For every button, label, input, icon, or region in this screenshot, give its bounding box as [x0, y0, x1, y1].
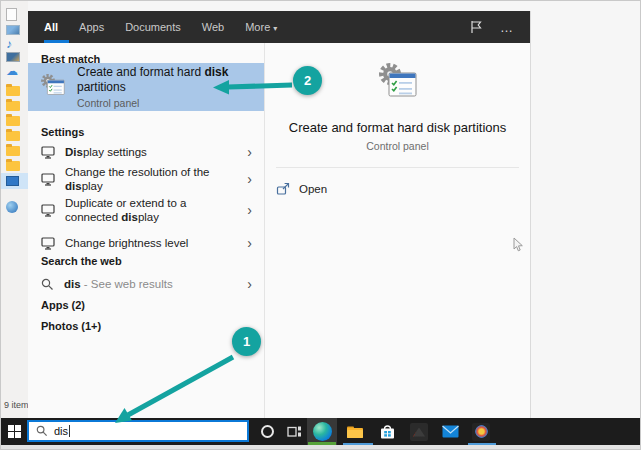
- tab-web[interactable]: Web: [202, 21, 224, 33]
- open-action[interactable]: Open: [276, 182, 327, 196]
- tab-documents[interactable]: Documents: [125, 21, 181, 33]
- selected-app-icon[interactable]: [6, 176, 19, 186]
- file-icon[interactable]: [6, 8, 17, 21]
- chevron-right-icon: ›: [247, 235, 252, 251]
- image-icon[interactable]: [6, 25, 20, 35]
- preview-pane: Create and format hard disk partitions C…: [264, 43, 530, 418]
- taskbar: dis: [1, 418, 641, 445]
- items-count-label: 9 item: [4, 400, 29, 410]
- chevron-right-icon: ›: [247, 276, 252, 292]
- annotation-step-2: 2: [293, 66, 322, 95]
- folder-icon[interactable]: [6, 161, 20, 171]
- monitor-icon: [41, 237, 55, 250]
- search-icon: [41, 278, 54, 291]
- image-icon[interactable]: [6, 52, 20, 62]
- folder-icon[interactable]: [6, 146, 20, 156]
- chevron-right-icon: ›: [247, 202, 252, 218]
- tab-all[interactable]: All: [44, 21, 58, 33]
- media-active-underline: [468, 443, 496, 445]
- mail-button[interactable]: [440, 418, 460, 445]
- open-label: Open: [299, 183, 327, 195]
- game-app-icon: [410, 423, 428, 441]
- search-icon: [36, 425, 48, 437]
- media-app-button[interactable]: [471, 418, 491, 445]
- monitor-icon: [41, 146, 55, 159]
- text-cursor: [69, 425, 70, 437]
- monitor-icon: [41, 173, 55, 186]
- annotation-arrow-1: [109, 349, 241, 427]
- more-options-icon[interactable]: …: [500, 20, 514, 35]
- app-icon[interactable]: [6, 201, 18, 213]
- search-tabs-bar: All Apps Documents Web More ▾ …: [28, 11, 530, 43]
- tab-apps[interactable]: Apps: [79, 21, 104, 33]
- windows-logo-icon: [8, 425, 21, 438]
- cortana-icon: [261, 425, 274, 438]
- chevron-right-icon: ›: [247, 171, 252, 187]
- disk-partition-icon-large: [374, 60, 422, 108]
- store-button[interactable]: [377, 418, 397, 445]
- background-explorer-strip: ♪ ☁ 9 item: [1, 1, 28, 418]
- preview-title: Create and format hard disk partitions: [289, 120, 507, 135]
- feedback-pennant-icon[interactable]: [469, 20, 483, 34]
- game-app-button[interactable]: [409, 418, 429, 445]
- folder-icon[interactable]: [6, 86, 20, 96]
- file-explorer-icon: [346, 424, 364, 439]
- best-match-title: Create and format hard disk partitions: [77, 65, 232, 95]
- result-change-brightness[interactable]: Change brightness level ›: [28, 230, 264, 256]
- chevron-right-icon: ›: [247, 144, 252, 160]
- disk-partition-icon: [38, 72, 68, 102]
- task-view-button[interactable]: [285, 418, 303, 445]
- onedrive-cloud-icon[interactable]: ☁: [6, 65, 18, 77]
- annotation-arrow-2: [212, 77, 296, 97]
- folder-icon[interactable]: [6, 131, 20, 141]
- result-display-settings[interactable]: Display settings ›: [28, 139, 264, 165]
- settings-header: Settings: [41, 126, 84, 138]
- mouse-cursor: [513, 237, 524, 252]
- result-duplicate-extend[interactable]: Duplicate or extend to a connected displ…: [28, 193, 264, 227]
- edge-active-underline: [308, 442, 336, 445]
- chevron-down-icon: ▾: [273, 24, 277, 33]
- screenshot-root: ♪ ☁ 9 item All Apps Documents Web More ▾: [0, 0, 641, 450]
- edge-browser-button[interactable]: [307, 418, 337, 445]
- file-explorer-active-underline: [343, 443, 373, 445]
- store-icon: [379, 423, 396, 440]
- preview-subtitle: Control panel: [366, 140, 428, 152]
- search-web-header: Search the web: [41, 255, 122, 267]
- open-icon: [276, 182, 290, 196]
- tab-more-label: More: [245, 21, 270, 33]
- file-explorer-button[interactable]: [345, 418, 365, 445]
- edge-icon: [313, 422, 332, 441]
- result-web-search[interactable]: dis - See web results ›: [28, 271, 264, 297]
- music-note-icon[interactable]: ♪: [6, 38, 12, 50]
- apps-header[interactable]: Apps (2): [41, 299, 85, 311]
- result-change-resolution[interactable]: Change the resolution of the display ›: [28, 166, 264, 192]
- annotation-step-1: 1: [232, 327, 261, 356]
- screenshot-bottom-border: [1, 445, 641, 450]
- divider: [276, 167, 519, 168]
- photos-header[interactable]: Photos (1+): [41, 320, 101, 332]
- tab-more[interactable]: More ▾: [245, 21, 277, 33]
- media-app-icon: [472, 423, 490, 441]
- task-view-icon: [287, 425, 302, 438]
- search-window: All Apps Documents Web More ▾ … Best mat…: [28, 11, 531, 418]
- search-query-text: dis: [54, 425, 68, 437]
- folder-icon[interactable]: [6, 101, 20, 111]
- monitor-icon: [41, 204, 55, 217]
- mail-icon: [442, 425, 459, 438]
- best-match-subtitle: Control panel: [77, 97, 232, 109]
- start-button[interactable]: [1, 418, 27, 445]
- cortana-button[interactable]: [259, 418, 275, 445]
- folder-icon[interactable]: [6, 116, 20, 126]
